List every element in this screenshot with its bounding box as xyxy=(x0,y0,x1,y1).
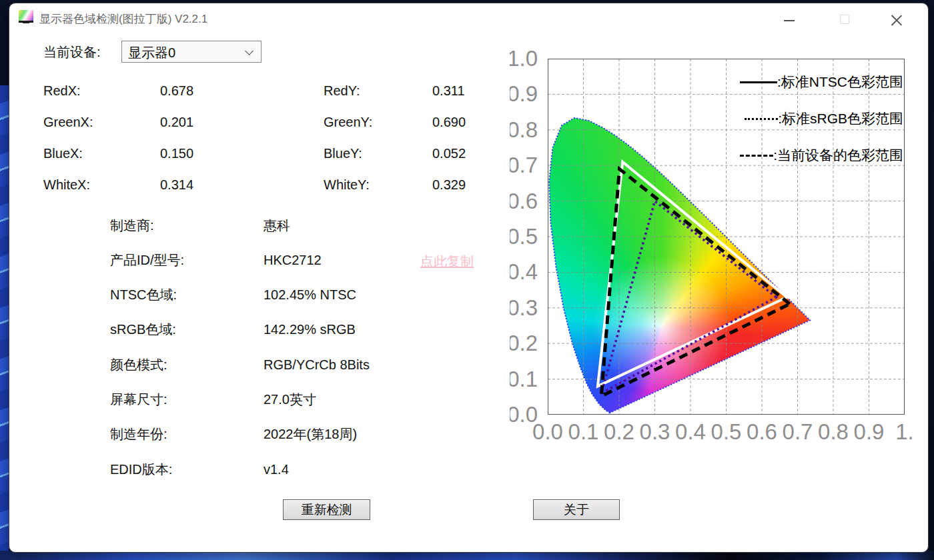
y-axis-tick-label: 0.9 xyxy=(510,81,538,107)
window-title: 显示器色域检测(图拉丁版) V2.2.1 xyxy=(39,11,207,27)
chromaticity-chart: :标准NTSC色彩范围 :标准sRGB色彩范围 :当前设备的色彩范围 1.00.… xyxy=(494,37,921,448)
coord-label: GreenY: xyxy=(324,114,372,130)
coord-label: WhiteY: xyxy=(324,177,370,193)
wallpaper-ribbon-left xyxy=(0,85,9,552)
legend-line-dotted-icon xyxy=(745,118,778,120)
info-label: 产品ID/型号: xyxy=(110,252,184,268)
y-axis-tick-label: 0.1 xyxy=(510,366,538,393)
info-value: RGB/YCrCb 8Bits xyxy=(264,357,370,373)
info-value: v1.4 xyxy=(264,461,289,477)
title-bar: 显示器色域检测(图拉丁版) V2.2.1 xyxy=(9,3,927,37)
legend-line-dashed-icon xyxy=(740,155,773,157)
coord-value: 0.690 xyxy=(432,114,466,130)
gamut-triangle-2 xyxy=(601,169,789,397)
info-label: EDID版本: xyxy=(110,461,172,477)
gamut-triangle-1 xyxy=(601,201,776,393)
y-axis-tick-label: 1.0 xyxy=(510,45,538,72)
coord-label: GreenX: xyxy=(43,114,93,130)
info-value: HKC2712 xyxy=(264,252,322,268)
minimize-icon xyxy=(784,20,795,21)
y-axis-tick-label: 0.3 xyxy=(510,295,538,321)
coord-value: 0.314 xyxy=(160,177,193,193)
info-label: NTSC色域: xyxy=(110,287,177,303)
device-select-value: 显示器0 xyxy=(128,44,175,62)
maximize-button[interactable] xyxy=(833,9,856,31)
legend-item-ntsc: :标准NTSC色彩范围 xyxy=(740,72,903,92)
y-axis-tick-label: 0.8 xyxy=(510,117,538,143)
info-label: 制造年份: xyxy=(110,426,167,442)
about-button[interactable]: 关于 xyxy=(533,499,620,520)
chevron-down-icon xyxy=(245,47,254,55)
coord-label: BlueX: xyxy=(43,145,83,161)
x-axis-tick-label: 1. xyxy=(883,419,921,445)
legend-label: :当前设备的色彩范围 xyxy=(773,146,903,165)
coord-label: BlueY: xyxy=(324,145,362,161)
coord-label: RedY: xyxy=(324,83,360,99)
device-select[interactable]: 显示器0 xyxy=(121,41,262,63)
maximize-icon xyxy=(840,15,849,24)
coord-value: 0.311 xyxy=(432,83,465,99)
info-value: 102.45% NTSC xyxy=(264,287,356,303)
coord-value: 0.201 xyxy=(160,114,193,130)
coord-value: 0.150 xyxy=(160,145,193,161)
coord-value: 0.052 xyxy=(432,145,466,161)
copy-product-id-link[interactable]: 点此复制 xyxy=(420,253,474,271)
info-value: 惠科 xyxy=(264,217,290,233)
info-label: 颜色模式: xyxy=(110,357,167,373)
y-axis-tick-label: 0.2 xyxy=(510,330,538,357)
info-label: sRGB色域: xyxy=(110,321,176,337)
y-axis-tick-label: 0.5 xyxy=(510,223,538,250)
device-label: 当前设备: xyxy=(43,44,101,60)
coord-value: 0.329 xyxy=(432,177,466,193)
close-button[interactable] xyxy=(885,9,908,31)
gamut-triangle-0 xyxy=(598,162,787,386)
info-label: 屏幕尺寸: xyxy=(110,391,167,407)
coord-label: RedX: xyxy=(43,83,81,99)
monitor-app-icon xyxy=(19,10,33,23)
legend-line-solid-icon xyxy=(740,81,777,83)
y-axis-tick-label: 0.7 xyxy=(510,152,538,179)
info-value: 27.0英寸 xyxy=(264,391,316,407)
legend-label: :标准sRGB色彩范围 xyxy=(778,109,903,128)
y-axis-tick-label: 0.6 xyxy=(510,188,538,215)
desktop: { "window": { "title": "显示器色域检测(图拉丁版) V2… xyxy=(0,0,934,560)
info-label: 制造商: xyxy=(110,217,154,233)
coord-label: WhiteX: xyxy=(43,177,90,193)
legend-label: :标准NTSC色彩范围 xyxy=(777,73,903,91)
info-value: 142.29% sRGB xyxy=(264,321,356,337)
legend-item-device: :当前设备的色彩范围 xyxy=(740,145,903,165)
plot-area: :标准NTSC色彩范围 :标准sRGB色彩范围 :当前设备的色彩范围 xyxy=(548,59,905,415)
y-axis-tick-label: 0.4 xyxy=(510,259,538,285)
info-value: 2022年(第18周) xyxy=(264,426,357,442)
legend-item-srgb: :标准sRGB色彩范围 xyxy=(745,109,903,129)
coord-value: 0.678 xyxy=(160,83,193,99)
redetect-button[interactable]: 重新检测 xyxy=(283,499,370,520)
minimize-button[interactable] xyxy=(779,9,801,31)
